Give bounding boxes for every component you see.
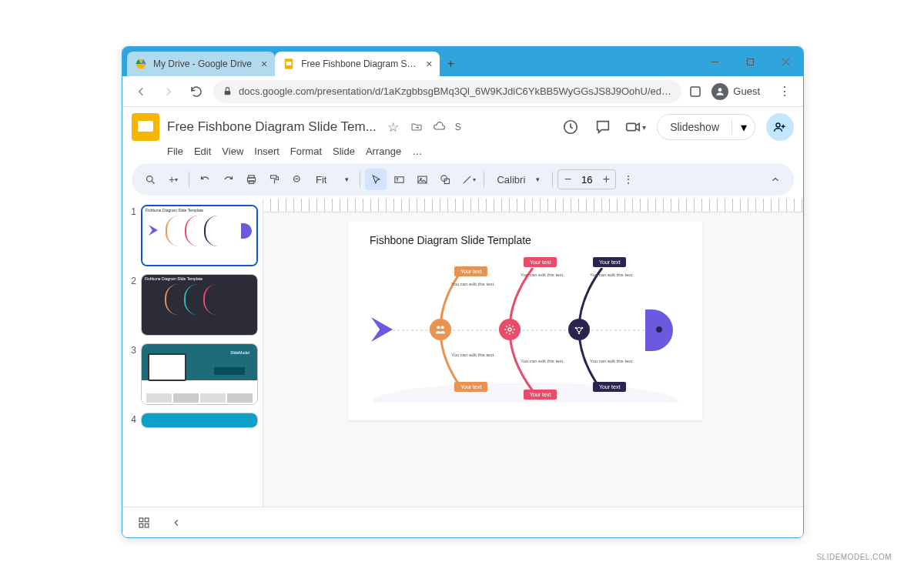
image-button[interactable] [411,169,433,190]
paint-format-button[interactable] [263,169,285,190]
menu-slide[interactable]: Slide [333,146,355,157]
slides-logo-icon[interactable] [132,113,159,141]
fishbone-diagram[interactable]: Your text You can edit this text. You ca… [371,268,679,395]
zoom-select[interactable]: Fit▾ [310,174,355,186]
horizontal-ruler [263,199,803,212]
slide-thumbnail-1[interactable]: Fishbone Diagram Slide Template [141,205,258,266]
browser-menu-button[interactable]: ⋮ [774,81,795,102]
new-tab-button[interactable]: + [440,52,461,76]
menu-more[interactable]: … [412,146,422,157]
close-window-button[interactable] [768,47,803,76]
branch-label-bottom[interactable]: Your text [593,382,626,392]
branch-text[interactable]: You can edit this text. [451,353,497,359]
zoom-label: Fit [316,174,326,186]
branch-label-bottom[interactable]: Your text [524,390,557,400]
people-icon[interactable] [430,319,451,340]
font-size-group: − 16 + [557,169,616,189]
fish-head-icon[interactable] [645,309,673,351]
svg-point-34 [508,328,511,331]
profile-button[interactable]: Guest [709,81,768,102]
font-size-value[interactable]: 16 [577,174,597,186]
svg-rect-19 [249,180,253,183]
canvas-area[interactable]: Fishbone Diagram Slide Template Your tex… [263,199,803,538]
shape-button[interactable] [434,169,456,190]
undo-button[interactable] [194,169,216,190]
branch-text[interactable]: You can edit this text. [590,273,636,279]
move-icon[interactable] [409,119,424,135]
extensions-icon[interactable] [688,84,703,99]
slide-canvas[interactable]: Fishbone Diagram Slide Template Your tex… [348,222,702,420]
back-button[interactable] [130,81,152,102]
branch-label-top[interactable]: Your text [593,257,626,267]
header-right: ▾ Slideshow ▾ [560,113,794,141]
comments-icon[interactable] [592,116,614,138]
print-button[interactable] [240,169,262,190]
svg-line-30 [464,176,470,183]
meet-icon[interactable]: ▾ [624,116,646,138]
close-icon[interactable]: × [426,58,432,70]
menu-edit[interactable]: Edit [194,146,211,157]
forward-button[interactable] [158,81,179,102]
gear-icon[interactable] [499,319,521,340]
collapse-toolbar-button[interactable] [765,169,786,190]
menu-format[interactable]: Format [290,146,322,157]
branch-label-bottom[interactable]: Your text [454,382,487,392]
fishbone-branch-2[interactable]: Your text You can edit this text. You ca… [502,268,564,391]
menu-insert[interactable]: Insert [254,146,280,157]
minimize-button[interactable] [697,47,732,76]
branch-text[interactable]: You can edit this text. [521,273,567,279]
redo-button[interactable] [217,169,239,190]
svg-point-33 [441,326,444,329]
share-button[interactable] [766,113,794,141]
target-icon[interactable] [568,319,590,340]
fishbone-branch-1[interactable]: Your text You can edit this text. You ca… [433,268,494,391]
slide-thumbnail-3[interactable]: SlideModel [141,343,258,405]
textbox-button[interactable] [388,169,410,190]
menu-arrange[interactable]: Arrange [366,146,401,157]
lock-icon [223,86,233,96]
browser-title-bar: My Drive - Google Drive × Free Fishbone … [122,47,803,76]
new-slide-button[interactable]: +▾ [162,169,184,190]
reload-button[interactable] [186,81,207,102]
thumb-number: 4 [127,413,136,428]
fish-tail-icon[interactable] [371,317,393,342]
branch-text[interactable]: You can edit this text. [451,282,497,288]
fishbone-branch-3[interactable]: Your text You can edit this text. You ca… [571,268,633,391]
browser-tab-drive[interactable]: My Drive - Google Drive × [127,52,275,76]
app-header: Free Fishbone Diagram Slide Tem... ☆ S ▾… [122,107,803,144]
search-menus-icon[interactable] [139,169,161,190]
thumb-number: 2 [127,274,136,336]
history-icon[interactable] [560,116,581,138]
svg-rect-42 [145,523,149,527]
branch-text[interactable]: You can edit this text. [590,359,636,365]
close-icon[interactable]: × [261,58,267,70]
slide-thumbnail-2[interactable]: Fishbone Diagram Slide Template [141,274,258,336]
slideshow-dropdown[interactable]: ▾ [732,120,755,135]
url-field[interactable]: docs.google.com/presentation/d/1aKzgbbsg… [213,80,681,103]
cloud-icon[interactable] [432,119,447,135]
svg-rect-23 [395,176,403,182]
select-tool-button[interactable] [365,169,387,190]
font-select[interactable]: Calibri▾ [489,174,547,186]
star-icon[interactable]: ☆ [386,119,401,135]
slideshow-button[interactable]: Slideshow [658,115,732,139]
maximize-button[interactable] [732,47,768,76]
branch-label-top[interactable]: Your text [454,266,487,276]
font-size-increase[interactable]: + [597,170,615,189]
svg-point-11 [718,88,722,92]
menu-file[interactable]: File [167,146,183,157]
browser-tab-slides[interactable]: Free Fishbone Diagram Slide Tem × [275,52,440,76]
line-button[interactable]: ▾ [457,169,479,190]
slide-thumbnail-4[interactable] [141,413,258,428]
grid-view-button[interactable] [133,512,155,534]
zoom-icon[interactable] [286,169,308,190]
collapse-filmstrip-button[interactable] [166,512,187,534]
font-size-decrease[interactable]: − [558,170,577,189]
document-title[interactable]: Free Fishbone Diagram Slide Tem... [167,119,377,135]
branch-text[interactable]: You can edit this text. [521,359,567,365]
more-tools-button[interactable]: ⋮ [618,169,639,190]
branch-label-top[interactable]: Your text [524,257,557,267]
menu-view[interactable]: View [222,146,243,157]
slide-title[interactable]: Fishbone Diagram Slide Template [370,234,531,246]
filmstrip[interactable]: 1 Fishbone Diagram Slide Template 2 [122,199,263,538]
